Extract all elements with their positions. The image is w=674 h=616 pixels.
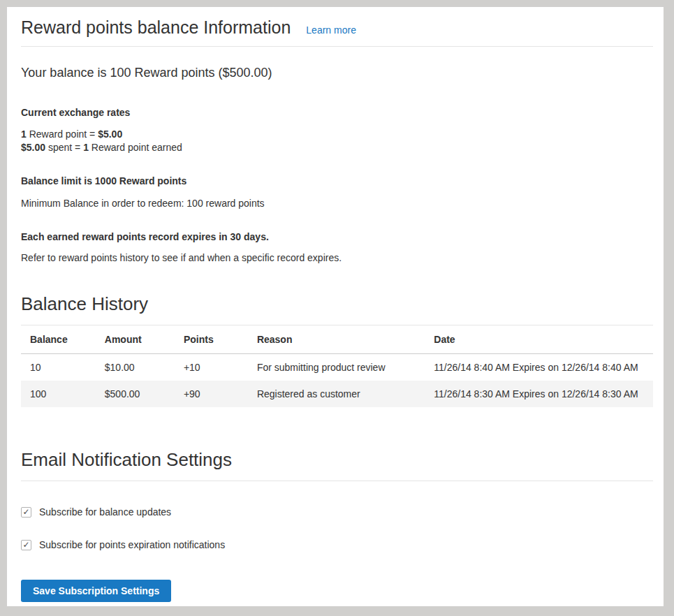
cell-balance: 100 [21, 381, 96, 407]
reward-points-card: Reward points balance Information Learn … [7, 7, 664, 606]
exchange-rate-line: 1 Reward point = $5.00 [21, 128, 653, 141]
balance-history-heading: Balance History [21, 293, 653, 325]
cell-reason: For submitting product review [248, 354, 425, 381]
column-header-amount: Amount [96, 325, 175, 354]
cell-reason: Registered as customer [248, 381, 425, 407]
exchange-rates: 1 Reward point = $5.00 $5.00 spent = 1 R… [21, 128, 653, 154]
email-notification-settings-heading: Email Notification Settings [21, 449, 653, 481]
column-header-points: Points [175, 325, 248, 354]
page-title: Reward points balance Information [21, 17, 291, 38]
expiration-heading: Each earned reward points record expires… [21, 231, 653, 243]
column-header-balance: Balance [21, 325, 96, 354]
cell-points: +90 [175, 381, 248, 407]
points-expiration-label: Subscribe for points expiration notifica… [39, 539, 225, 551]
history-row: 10 $10.00 +10 For submitting product rev… [21, 354, 653, 381]
expiration-note: Refer to reward points history to see if… [21, 252, 653, 264]
cell-balance: 10 [21, 354, 96, 381]
exchange-rates-heading: Current exchange rates [21, 107, 653, 119]
points-expiration-checkbox[interactable] [21, 540, 31, 550]
cell-date: 11/26/14 8:30 AM Expires on 12/26/14 8:3… [425, 381, 653, 407]
balance-updates-label: Subscribe for balance updates [39, 506, 171, 518]
balance-updates-option[interactable]: Subscribe for balance updates [21, 506, 171, 518]
learn-more-link[interactable]: Learn more [306, 24, 356, 36]
cell-amount: $500.00 [96, 381, 175, 407]
history-row: 100 $500.00 +90 Registered as customer 1… [21, 381, 653, 407]
balance-updates-checkbox[interactable] [21, 507, 31, 518]
history-header-row: Balance Amount Points Reason Date [21, 325, 653, 354]
points-expiration-option[interactable]: Subscribe for points expiration notifica… [21, 539, 225, 551]
save-subscription-settings-button[interactable]: Save Subscription Settings [21, 580, 171, 602]
minimum-redeem-text: Minimum Balance in order to redeem: 100 … [21, 198, 653, 210]
balance-history-table: Balance Amount Points Reason Date 10 $10… [21, 325, 653, 407]
exchange-rate-line: $5.00 spent = 1 Reward point earned [21, 141, 653, 154]
balance-limit-text: Balance limit is 1000 Reward points [21, 175, 653, 187]
column-header-reason: Reason [248, 325, 425, 354]
cell-date: 11/26/14 8:40 AM Expires on 12/26/14 8:4… [425, 354, 653, 381]
cell-points: +10 [175, 354, 248, 381]
cell-amount: $10.00 [96, 354, 175, 381]
balance-summary: Your balance is 100 Reward points ($500.… [21, 65, 653, 80]
page-header: Reward points balance Information Learn … [21, 17, 653, 47]
column-header-date: Date [425, 325, 653, 354]
